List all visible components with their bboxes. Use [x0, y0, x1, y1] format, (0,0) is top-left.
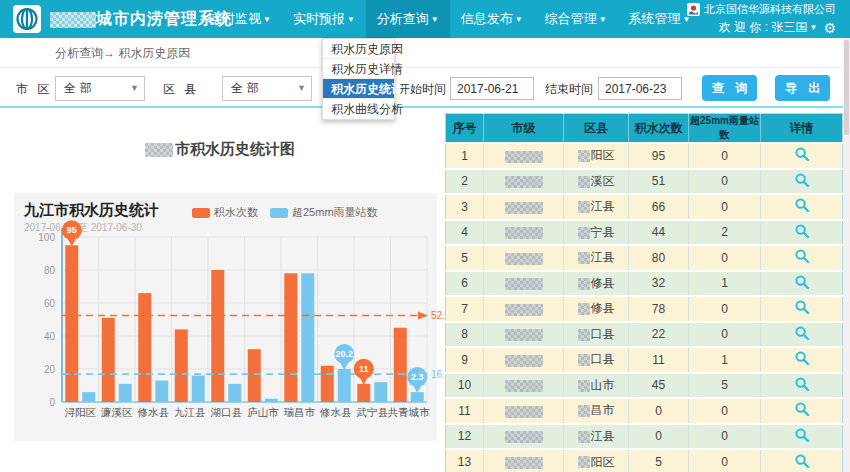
col-header-index: 序号	[446, 114, 484, 144]
start-date-input[interactable]	[450, 77, 534, 100]
district-cell: 溪区	[564, 169, 629, 195]
table-row: 13阳区50	[446, 449, 843, 472]
row-index-cell: 6	[446, 271, 484, 297]
stations-cell: 0	[689, 398, 761, 424]
main-content: 市积水历史统计图 九江市积水历史统计 2017-06-21 至 2017-06-…	[0, 108, 850, 472]
detail-search-icon[interactable]	[794, 453, 810, 469]
menu-item-history-statistics[interactable]: 积水历史统计	[323, 79, 394, 99]
redacted-city	[505, 253, 543, 265]
svg-text:20.2: 20.2	[335, 349, 353, 359]
city-cell	[484, 169, 564, 195]
start-time-label: 开始时间	[398, 81, 446, 98]
count-cell: 32	[629, 271, 689, 297]
company-logo-icon	[687, 3, 700, 16]
gear-icon[interactable]: ⚙	[823, 20, 836, 36]
table-row: 3江县660	[446, 194, 843, 220]
nav-realtime-monitor[interactable]: 实时监视▼	[198, 0, 282, 38]
bar-series-0	[65, 245, 407, 402]
end-date-input[interactable]	[598, 77, 682, 100]
city-select[interactable]: 全部▼	[55, 76, 145, 101]
col-header-district: 区县	[564, 114, 629, 144]
count-cell: 44	[629, 220, 689, 246]
count-cell: 95	[629, 143, 689, 169]
nav-comprehensive-mgmt[interactable]: 综合管理▼	[534, 0, 618, 38]
table-header-row: 序号 市级 区县 积水次数 超25mm雨量站数 详情	[446, 114, 843, 144]
svg-text:80: 80	[44, 265, 56, 276]
chevron-down-icon: ▼	[431, 15, 439, 24]
stations-cell: 0	[689, 143, 761, 169]
company-line: 北京国信华源科技有限公司	[687, 2, 836, 17]
detail-search-icon[interactable]	[794, 197, 810, 213]
city-cell	[484, 245, 564, 271]
city-filter-label: 市 区	[16, 81, 52, 98]
district-select[interactable]: 全部▼	[222, 76, 312, 101]
menu-item-curve-analysis[interactable]: 积水曲线分析	[323, 99, 394, 119]
detail-search-icon[interactable]	[794, 274, 810, 290]
district-cell: 口县	[564, 322, 629, 348]
district-cell: 山市	[564, 373, 629, 399]
chevron-down-icon: ▼	[297, 77, 306, 100]
svg-text:庐山市: 庐山市	[247, 406, 279, 418]
detail-search-icon[interactable]	[794, 350, 810, 366]
nav-analysis-query[interactable]: 分析查询▼	[366, 0, 450, 38]
detail-cell	[761, 245, 843, 271]
count-cell: 0	[629, 424, 689, 450]
svg-text:95: 95	[67, 225, 77, 235]
export-button[interactable]: 导 出	[775, 75, 830, 101]
district-cell: 修县	[564, 271, 629, 297]
stations-cell: 0	[689, 296, 761, 322]
detail-cell	[761, 424, 843, 450]
app-logo-icon	[13, 5, 41, 33]
redacted-city	[505, 431, 543, 443]
search-button[interactable]: 查 询	[702, 75, 757, 101]
city-cell	[484, 398, 564, 424]
detail-search-icon[interactable]	[794, 427, 810, 443]
detail-search-icon[interactable]	[794, 325, 810, 341]
scrollbar-thumb[interactable]	[844, 40, 849, 135]
row-index-cell: 13	[446, 449, 484, 472]
city-cell	[484, 220, 564, 246]
district-cell: 江县	[564, 194, 629, 220]
district-cell: 修县	[564, 296, 629, 322]
chart-grid	[62, 237, 427, 402]
markpoint-2.3: 2.3	[407, 367, 427, 393]
menu-item-history-reason[interactable]: 积水历史原因	[323, 39, 394, 59]
redacted-district-prefix	[578, 278, 590, 290]
svg-text:湖口县: 湖口县	[211, 406, 243, 418]
city-cell	[484, 322, 564, 348]
svg-text:瑞昌市: 瑞昌市	[284, 406, 316, 418]
count-cell: 11	[629, 347, 689, 373]
detail-cell	[761, 194, 843, 220]
detail-search-icon[interactable]	[794, 172, 810, 188]
welcome-user[interactable]: 欢 迎 你 : 张三国▼	[719, 19, 818, 36]
svg-text:九江县: 九江县	[174, 406, 206, 418]
svg-text:11: 11	[359, 364, 369, 374]
detail-search-icon[interactable]	[794, 223, 810, 239]
menu-item-history-detail[interactable]: 积水历史详情	[323, 59, 394, 79]
page-scrollbar[interactable]	[843, 38, 850, 472]
redacted-district-prefix	[578, 201, 590, 213]
city-cell	[484, 296, 564, 322]
table-row: 7修县780	[446, 296, 843, 322]
row-index-cell: 12	[446, 424, 484, 450]
detail-search-icon[interactable]	[794, 376, 810, 392]
breadcrumb: 分析查询→ 积水历史原因	[0, 38, 850, 68]
col-header-stations: 超25mm雨量站数	[689, 114, 761, 144]
redacted-city	[505, 457, 543, 469]
redacted-city	[505, 227, 543, 239]
main-nav: 实时监视▼ 实时预报▼ 分析查询▼ 信息发布▼ 综合管理▼ 系统管理▼	[198, 0, 702, 38]
detail-search-icon[interactable]	[794, 401, 810, 417]
nav-info-publish[interactable]: 信息发布▼	[450, 0, 534, 38]
svg-text:武宁县: 武宁县	[357, 406, 389, 418]
detail-cell	[761, 271, 843, 297]
detail-search-icon[interactable]	[794, 146, 810, 162]
detail-search-icon[interactable]	[794, 299, 810, 315]
detail-search-icon[interactable]	[794, 248, 810, 264]
stations-cell: 2	[689, 220, 761, 246]
markline-52.4: 52.4	[62, 310, 451, 321]
district-cell: 阳区	[564, 143, 629, 169]
detail-cell	[761, 373, 843, 399]
statistics-table: 序号 市级 区县 积水次数 超25mm雨量站数 详情 1阳区9502溪区5103…	[445, 113, 843, 472]
app-header: 城市内涝管理系统 实时监视▼ 实时预报▼ 分析查询▼ 信息发布▼ 综合管理▼ 系…	[0, 0, 850, 38]
nav-realtime-forecast[interactable]: 实时预报▼	[282, 0, 366, 38]
